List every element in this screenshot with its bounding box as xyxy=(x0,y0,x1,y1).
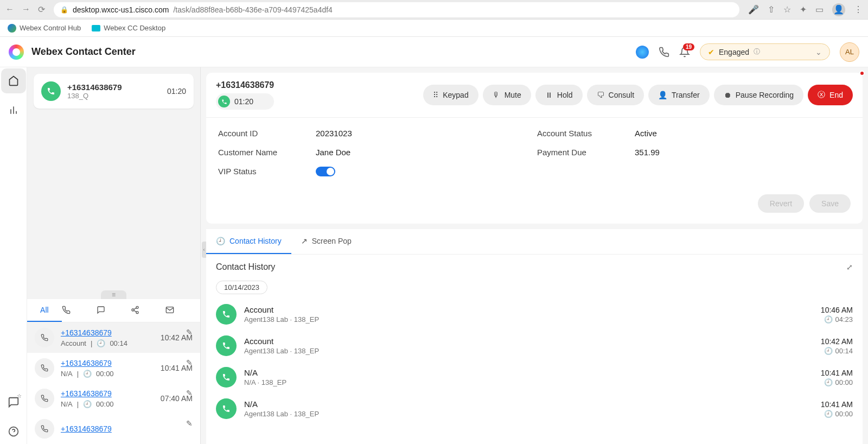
softphone-icon[interactable] xyxy=(659,47,669,58)
contact-number-link[interactable]: +16314638679 xyxy=(61,328,154,337)
clock-icon: 🕘 xyxy=(824,410,833,418)
nav-help[interactable] xyxy=(1,419,26,444)
bookmark-webex-cc-desktop[interactable]: Webex CC Desktop xyxy=(92,24,165,32)
list-item[interactable]: +16314638679 N/A | 🕘 00:00 07:40 AM ✎ xyxy=(27,383,200,414)
webex-icon[interactable] xyxy=(636,46,649,59)
value-vip-status xyxy=(316,167,532,178)
contact-number-link[interactable]: +16314638679 xyxy=(61,389,154,398)
mic-icon: 🎙 xyxy=(493,91,500,99)
entry-title: N/A xyxy=(244,399,813,409)
hold-button[interactable]: ⏸Hold xyxy=(535,85,583,105)
vip-toggle[interactable] xyxy=(316,167,335,176)
task-info: +16314638679 138_Q xyxy=(67,83,161,100)
entry-subtitle: N/A · 138_EP xyxy=(244,378,813,386)
share-icon[interactable]: ⇧ xyxy=(768,4,775,15)
edit-icon[interactable]: ✎ xyxy=(186,358,193,367)
panel-icon[interactable]: ▭ xyxy=(815,4,824,15)
history-entry[interactable]: N/A N/A · 138_EP 10:41 AM 🕘00:00 xyxy=(216,361,853,393)
edit-icon[interactable]: ✎ xyxy=(186,389,193,397)
call-control-bar: +16314638679 01:20 ⠿Keypad 🎙Mute ⏸Hold 🗨… xyxy=(206,73,863,118)
filter-tab-social[interactable] xyxy=(131,299,165,322)
entry-title: N/A xyxy=(244,368,813,377)
record-icon: ⏺ xyxy=(724,91,731,99)
customer-fields: Account ID 20231023 Account Status Activ… xyxy=(218,129,851,178)
value-account-status: Active xyxy=(635,129,851,138)
forward-icon[interactable]: → xyxy=(22,4,30,15)
notifications-icon[interactable]: 19 xyxy=(679,47,690,58)
pause-recording-button[interactable]: ⏺Pause Recording xyxy=(714,85,803,105)
entry-right: 10:41 AM 🕘00:00 xyxy=(821,369,853,386)
contact-number-link[interactable]: +16314638679 xyxy=(61,424,193,433)
call-header-left: +16314638679 01:20 xyxy=(216,80,274,110)
entry-time: 10:46 AM xyxy=(821,306,853,314)
agent-status-selector[interactable]: ✔ Engaged ⓘ ⌄ xyxy=(700,43,830,60)
panel-drag-handle[interactable]: ≡ xyxy=(101,290,126,299)
consult-icon: 🗨 xyxy=(597,91,604,99)
list-item[interactable]: +16314638679 N/A | 🕘 00:00 10:41 AM ✎ xyxy=(27,353,200,383)
profile-avatar-icon[interactable]: 👤 xyxy=(832,3,845,16)
filter-tab-email[interactable] xyxy=(165,299,200,322)
end-call-button[interactable]: ⓧEnd xyxy=(808,85,853,105)
call-timer: 01:20 xyxy=(234,97,253,106)
collapse-handle[interactable]: ‹ xyxy=(202,242,206,258)
bookmark-webex-control-hub[interactable]: Webex Control Hub xyxy=(8,24,81,33)
keypad-button[interactable]: ⠿Keypad xyxy=(423,85,478,105)
duration: 00:00 xyxy=(96,400,114,408)
label-account-status: Account Status xyxy=(537,129,629,138)
svg-line-8 xyxy=(134,310,137,312)
mic-icon[interactable]: 🎤 xyxy=(748,4,759,15)
history-entry[interactable]: Account Agent138 Lab · 138_EP 10:46 AM 🕘… xyxy=(216,299,853,330)
wrap-label: N/A xyxy=(61,370,73,378)
transfer-button[interactable]: 👤Transfer xyxy=(648,85,710,105)
star-icon[interactable]: ☆ xyxy=(783,4,791,15)
filter-tab-voice[interactable] xyxy=(62,299,97,322)
phone-icon xyxy=(35,358,54,378)
expand-icon[interactable]: ⤢ xyxy=(846,263,853,271)
recording-indicator-icon xyxy=(859,71,865,76)
user-avatar[interactable]: AL xyxy=(840,42,859,62)
nav-analytics[interactable] xyxy=(1,98,26,123)
list-item[interactable]: +16314638679 Account | 🕘 00:14 10:42 AM … xyxy=(27,322,200,353)
entry-title: Account xyxy=(244,337,813,346)
kebab-icon[interactable]: ⋮ xyxy=(854,4,863,15)
revert-button[interactable]: Revert xyxy=(758,194,804,213)
entry-info: Account Agent138 Lab · 138_EP xyxy=(244,305,813,324)
tab-contact-history[interactable]: 🕘 Contact History xyxy=(206,229,291,254)
phone-icon xyxy=(216,304,237,325)
history-entry[interactable]: Account Agent138 Lab · 138_EP 10:42 AM 🕘… xyxy=(216,330,853,361)
extension-icon[interactable]: ✦ xyxy=(800,4,807,15)
app-header: Webex Contact Center 19 ✔ Engaged ⓘ ⌄ AL xyxy=(0,37,868,67)
contact-number-link[interactable]: +16314638679 xyxy=(61,359,154,367)
browser-toolbar: ← → ⟳ 🔒 desktop.wxcc-us1.cisco.com/task/… xyxy=(0,0,868,20)
filter-tab-all[interactable]: All xyxy=(27,299,62,322)
mute-button[interactable]: 🎙Mute xyxy=(483,85,531,105)
svg-point-7 xyxy=(136,312,138,314)
url-path: /task/ad88f8ea-b68b-436e-a709-4497425a4d… xyxy=(173,5,332,14)
phone-icon xyxy=(41,81,61,101)
nav-home[interactable] xyxy=(1,68,26,93)
app-title: Webex Contact Center xyxy=(31,46,628,58)
url-bar[interactable]: 🔒 desktop.wxcc-us1.cisco.com/task/ad88f8… xyxy=(54,2,739,17)
wrap-label: N/A xyxy=(61,400,73,408)
active-task-card[interactable]: +16314638679 138_Q 01:20 xyxy=(34,74,194,109)
clock-icon: 🕘 xyxy=(824,347,833,355)
phone-icon xyxy=(216,335,237,356)
entry-duration: 00:00 xyxy=(835,378,853,386)
lock-icon: 🔒 xyxy=(60,6,68,14)
reload-icon[interactable]: ⟳ xyxy=(38,4,45,15)
url-domain: desktop.wxcc-us1.cisco.com xyxy=(73,5,169,14)
save-button[interactable]: Save xyxy=(809,194,851,213)
consult-button[interactable]: 🗨Consult xyxy=(587,85,644,105)
left-nav-rail: ☆ xyxy=(0,67,27,444)
bookmark-icon xyxy=(8,24,16,33)
entry-time: 10:41 AM xyxy=(821,369,853,377)
filter-tab-chat[interactable] xyxy=(97,299,131,322)
svg-point-5 xyxy=(136,306,138,308)
nav-feedback[interactable]: ☆ xyxy=(1,390,26,415)
back-icon[interactable]: ← xyxy=(5,4,14,15)
edit-icon[interactable]: ✎ xyxy=(186,328,193,337)
tab-screen-pop[interactable]: ↗ Screen Pop xyxy=(291,229,361,254)
list-item[interactable]: +16314638679 ✎ xyxy=(27,414,200,444)
history-entry[interactable]: N/A Agent138 Lab · 138_EP 10:41 AM 🕘00:0… xyxy=(216,393,853,424)
edit-icon[interactable]: ✎ xyxy=(186,419,193,428)
